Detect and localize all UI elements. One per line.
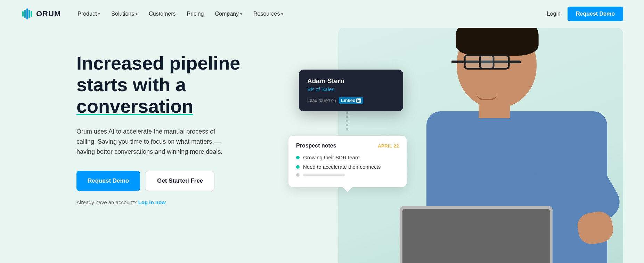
dot-5 bbox=[346, 128, 348, 130]
dot-3 bbox=[346, 120, 348, 122]
login-button[interactable]: Login bbox=[547, 11, 561, 17]
linkedin-footer: Lead found on Linkedin bbox=[307, 97, 395, 104]
nav-customers[interactable]: Customers bbox=[149, 11, 176, 17]
hero-visual: Adam Stern VP of Sales Lead found on Lin… bbox=[278, 42, 623, 263]
nav-pricing[interactable]: Pricing bbox=[187, 11, 204, 17]
contact-name: Adam Stern bbox=[307, 77, 395, 85]
note-dot-3 bbox=[296, 173, 300, 177]
svg-rect-2 bbox=[26, 8, 28, 19]
card-linkedin: Adam Stern VP of Sales Lead found on Lin… bbox=[299, 70, 403, 111]
chevron-down-icon: ▾ bbox=[136, 12, 138, 16]
hero-subtitle: Orum uses AI to accelerate the manual pr… bbox=[76, 127, 226, 157]
log-in-now-link[interactable]: Log in now bbox=[138, 199, 166, 205]
dot-1 bbox=[346, 111, 348, 114]
laptop-screen bbox=[402, 209, 550, 263]
note-dot-1 bbox=[296, 156, 300, 159]
notes-date: APRIL 22 bbox=[378, 143, 399, 149]
contact-title: VP of Sales bbox=[307, 86, 395, 92]
logo-icon bbox=[21, 8, 33, 20]
linkedin-logo: Linkedin bbox=[339, 97, 363, 104]
nav-actions: Login Request Demo bbox=[547, 7, 623, 21]
request-demo-nav-button[interactable]: Request Demo bbox=[568, 7, 623, 21]
nav-links: Product ▾ Solutions ▾ Customers Pricing … bbox=[78, 11, 547, 17]
dots-connector bbox=[346, 111, 348, 130]
dot-4 bbox=[346, 124, 348, 126]
nav-product[interactable]: Product ▾ bbox=[78, 11, 100, 17]
logo[interactable]: ORUM bbox=[21, 8, 61, 20]
note-item-2: Need to accelerate their connects bbox=[296, 164, 399, 170]
hero-buttons: Request Demo Get Started Free bbox=[76, 171, 257, 191]
chevron-down-icon: ▾ bbox=[240, 12, 242, 16]
card-notes-header: Prospect notes APRIL 22 bbox=[296, 143, 399, 149]
note-item-1: Growing their SDR team bbox=[296, 154, 399, 160]
chevron-down-icon: ▾ bbox=[98, 12, 100, 16]
nav-resources[interactable]: Resources ▾ bbox=[253, 11, 283, 17]
svg-rect-1 bbox=[24, 10, 26, 18]
svg-rect-0 bbox=[22, 11, 24, 17]
nav-company[interactable]: Company ▾ bbox=[215, 11, 242, 17]
request-demo-button[interactable]: Request Demo bbox=[76, 171, 140, 191]
note-placeholder-bar bbox=[303, 174, 345, 176]
person-hair bbox=[456, 28, 539, 56]
svg-rect-4 bbox=[31, 11, 32, 17]
hero-section: Increased pipeline starts with a convers… bbox=[0, 28, 644, 263]
get-started-button[interactable]: Get Started Free bbox=[146, 171, 214, 191]
person-glasses-right bbox=[479, 54, 510, 70]
notes-title: Prospect notes bbox=[296, 143, 336, 149]
svg-rect-3 bbox=[28, 10, 30, 18]
hero-title: Increased pipeline starts with a convers… bbox=[76, 52, 257, 117]
navbar: ORUM Product ▾ Solutions ▾ Customers Pri… bbox=[0, 0, 644, 28]
dot-2 bbox=[346, 115, 348, 118]
logo-text: ORUM bbox=[36, 9, 61, 18]
hero-content: Increased pipeline starts with a convers… bbox=[76, 42, 257, 205]
nav-solutions[interactable]: Solutions ▾ bbox=[111, 11, 138, 17]
hero-login-text: Already have an account? Log in now bbox=[76, 199, 257, 205]
note-dot-2 bbox=[296, 165, 300, 169]
note-item-3 bbox=[296, 173, 399, 177]
laptop-lid bbox=[400, 206, 553, 263]
card-notes: Prospect notes APRIL 22 Growing their SD… bbox=[288, 136, 407, 187]
chevron-down-icon: ▾ bbox=[281, 12, 283, 16]
